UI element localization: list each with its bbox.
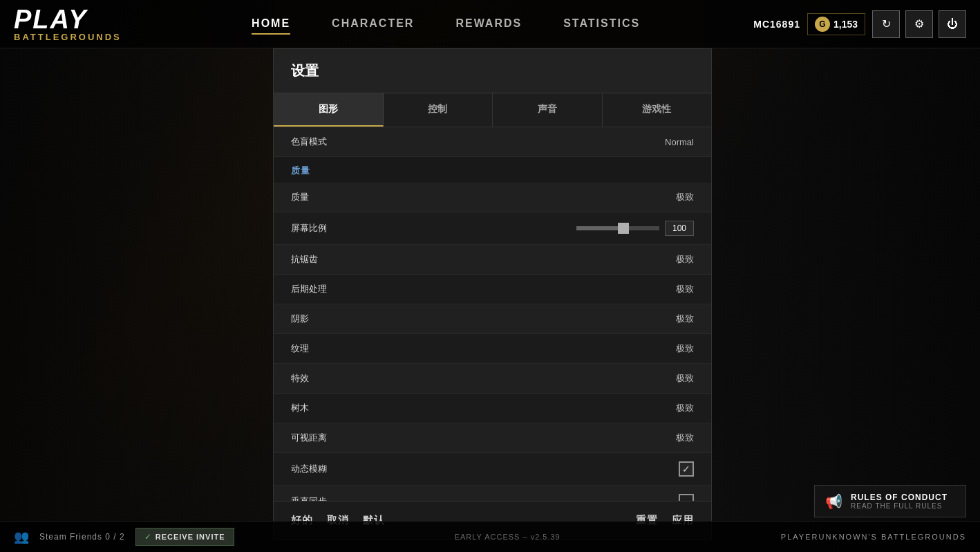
colorblind-value[interactable]: Normal (665, 137, 694, 147)
logo-play: PLAY (14, 6, 138, 33)
row-vsync: 垂直同步 (274, 486, 711, 501)
screen-scale-control: 100 (576, 221, 694, 236)
friends-section: 👥 Steam Friends 0 / 2 ✓ RECEIVE INVITE (14, 528, 234, 546)
row-shadows: 阴影 极致 (274, 304, 711, 334)
nav-actions: ↻ ⚙ ⏻ (872, 10, 980, 38)
gear-icon: ⚙ (914, 17, 924, 30)
pubg-logo-small: PLAYERUNKNOWN'S BATTLEGROUNDS (781, 533, 966, 541)
background-left (0, 0, 276, 552)
antialiasing-value[interactable]: 极致 (676, 253, 694, 266)
antialiasing-label: 抗锯齿 (291, 253, 318, 266)
checkmark-icon: ✓ (682, 463, 690, 475)
row-postprocess: 后期处理 极致 (274, 275, 711, 304)
motion-blur-control: ✓ (679, 461, 694, 477)
tab-controls[interactable]: 控制 (384, 93, 493, 127)
foliage-label: 树木 (291, 402, 309, 414)
screen-scale-label: 屏幕比例 (291, 222, 327, 234)
version-info: EARLY ACCESS – v2.5.39 (455, 533, 560, 541)
settings-tabs: 图形 控制 声音 游戏性 (274, 93, 711, 127)
slider-value: 100 (665, 221, 694, 236)
textures-label: 纹理 (291, 342, 309, 355)
view-distance-value[interactable]: 极致 (676, 432, 694, 444)
quality-section-title: 质量 (291, 165, 310, 176)
quality-section-header: 质量 (274, 157, 711, 183)
logo: PLAY BATTLEGROUNDS (0, 6, 138, 42)
currency-display: G 1,153 (807, 13, 865, 35)
topbar: PLAY BATTLEGROUNDS HOME CHARACTER REWARD… (0, 0, 980, 48)
vsync-label: 垂直同步 (291, 495, 327, 501)
power-icon: ⏻ (947, 18, 958, 30)
row-foliage: 树木 极致 (274, 394, 711, 423)
tab-graphics[interactable]: 图形 (274, 93, 384, 127)
quality-label: 质量 (291, 191, 309, 203)
bottombar: 👥 Steam Friends 0 / 2 ✓ RECEIVE INVITE E… (0, 521, 980, 552)
nav-statistics[interactable]: STATISTICS (563, 14, 640, 35)
rules-banner[interactable]: 📢 RULES OF CONDUCT READ THE FULL RULES (814, 485, 966, 517)
postprocess-value[interactable]: 极致 (676, 283, 694, 295)
settings-panel: 设置 图形 控制 声音 游戏性 色盲模式 Normal 质量 质量 极致 (273, 48, 712, 540)
refresh-icon: ↻ (882, 17, 891, 30)
username: MC16891 (753, 19, 800, 30)
user-info: MC16891 G 1,153 (753, 13, 872, 35)
foliage-value[interactable]: 极致 (676, 402, 694, 414)
nav-home[interactable]: HOME (252, 14, 290, 35)
megaphone-icon: 📢 (825, 493, 842, 510)
refresh-button[interactable]: ↻ (872, 10, 900, 38)
effects-value[interactable]: 极致 (676, 372, 694, 385)
pubg-logo-text: PLAYERUNKNOWN'S BATTLEGROUNDS (781, 533, 966, 541)
shadows-label: 阴影 (291, 313, 309, 325)
tab-gameplay[interactable]: 游戏性 (603, 93, 712, 127)
nav-links: HOME CHARACTER REWARDS STATISTICS (138, 14, 753, 35)
friends-label: Steam Friends 0 / 2 (39, 532, 125, 542)
settings-content: 色盲模式 Normal 质量 质量 极致 屏幕比例 1 (274, 127, 711, 501)
slider-thumb[interactable] (618, 223, 629, 234)
checkmark-icon: ✓ (144, 532, 151, 542)
colorblind-row: 色盲模式 Normal (274, 127, 711, 157)
background-right (704, 0, 980, 552)
colorblind-label: 色盲模式 (291, 136, 327, 148)
row-effects: 特效 极致 (274, 364, 711, 394)
row-motion-blur: 动态模糊 ✓ (274, 453, 711, 486)
motion-blur-checkbox[interactable]: ✓ (679, 461, 694, 477)
main-content: 设置 图形 控制 声音 游戏性 色盲模式 Normal 质量 质量 极致 (273, 48, 712, 540)
vsync-control (679, 494, 694, 501)
settings-button[interactable]: ⚙ (905, 10, 933, 38)
row-view-distance: 可视距离 极致 (274, 423, 711, 453)
currency-amount: 1,153 (833, 19, 858, 30)
logo-battlegrounds: BATTLEGROUNDS (14, 33, 138, 42)
vsync-checkbox[interactable] (679, 494, 694, 501)
rules-text: RULES OF CONDUCT READ THE FULL RULES (851, 493, 948, 510)
rules-subtitle: READ THE FULL RULES (851, 502, 948, 510)
slider-fill (576, 226, 618, 230)
textures-value[interactable]: 极致 (676, 342, 694, 355)
nav-character[interactable]: CHARACTER (332, 14, 414, 35)
power-button[interactable]: ⏻ (939, 10, 966, 38)
row-quality: 质量 极致 (274, 183, 711, 212)
rules-title: RULES OF CONDUCT (851, 493, 948, 502)
receive-invite-button[interactable]: ✓ RECEIVE INVITE (135, 528, 234, 546)
row-screen-scale: 屏幕比例 100 (274, 212, 711, 245)
postprocess-label: 后期处理 (291, 283, 327, 295)
invite-label: RECEIVE INVITE (156, 533, 225, 541)
settings-title: 设置 (274, 49, 711, 93)
effects-label: 特效 (291, 372, 309, 385)
friends-icon: 👥 (14, 529, 29, 544)
nav-rewards[interactable]: REWARDS (455, 14, 522, 35)
shadows-value[interactable]: 极致 (676, 313, 694, 325)
slider-track[interactable] (576, 226, 659, 230)
quality-value[interactable]: 极致 (676, 191, 694, 203)
row-textures: 纹理 极致 (274, 334, 711, 364)
row-antialiasing: 抗锯齿 极致 (274, 245, 711, 275)
currency-icon: G (815, 17, 830, 32)
tab-audio[interactable]: 声音 (493, 93, 603, 127)
view-distance-label: 可视距离 (291, 432, 327, 444)
motion-blur-label: 动态模糊 (291, 463, 327, 475)
